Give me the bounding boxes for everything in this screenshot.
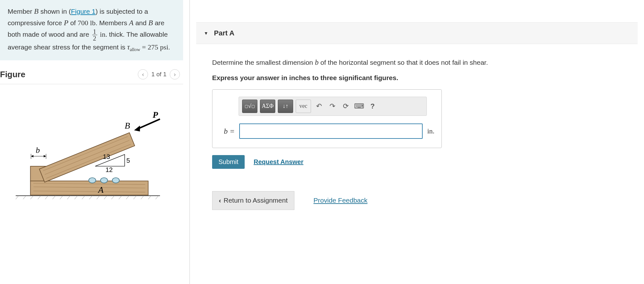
return-label: Return to Assignment: [224, 195, 288, 206]
svg-line-17: [133, 196, 136, 199]
var-B: B: [34, 7, 39, 15]
subsup-button[interactable]: ↓↑: [278, 100, 293, 113]
figure-prev-button[interactable]: ‹: [138, 69, 148, 79]
fraction-num: 1: [92, 28, 97, 35]
tau-unit: psi: [160, 43, 168, 51]
figure-pager: ‹ 1 of 1 ›: [138, 69, 180, 79]
equation-toolbar: ▢√▢ ΑΣΦ ↓↑ vec ↶ ↷ ⟳ ⌨ ?: [239, 97, 427, 116]
svg-line-15: [119, 196, 122, 199]
svg-line-1: [16, 196, 19, 199]
label-b: b: [36, 146, 40, 155]
label-12: 12: [106, 167, 113, 174]
svg-line-16: [126, 196, 129, 199]
figure-link[interactable]: Figure 1: [71, 8, 95, 15]
right-column: ▼ Part A Determine the smallest dimensio…: [190, 0, 644, 284]
force-unit: lb: [90, 19, 95, 27]
answer-lhs: b =: [219, 125, 235, 137]
svg-marker-39: [44, 155, 46, 157]
svg-line-5: [45, 196, 48, 199]
answer-input-row: b = in.: [219, 123, 434, 139]
figure-diagram: P B A b 13 12 5: [0, 84, 183, 207]
var-P: P: [64, 19, 68, 27]
fraction-den: 2: [92, 35, 97, 41]
tau-value: 275: [148, 43, 158, 51]
svg-line-6: [53, 196, 56, 199]
force-value: 700: [78, 19, 88, 27]
diagram-svg: P B A b 13 12 5: [13, 107, 166, 202]
svg-line-19: [148, 196, 151, 199]
figure-next-button[interactable]: ›: [170, 69, 180, 79]
submit-button[interactable]: Submit: [212, 155, 245, 169]
request-answer-link[interactable]: Request Answer: [254, 157, 303, 167]
redo-button[interactable]: ↷: [327, 100, 338, 113]
svg-line-9: [75, 196, 78, 199]
svg-line-11: [89, 196, 92, 199]
figure-header: Figure ‹ 1 of 1 ›: [0, 60, 183, 84]
part-body: Determine the smallest dimension b of th…: [196, 44, 638, 213]
return-button[interactable]: ‹ Return to Assignment: [212, 191, 294, 210]
svg-line-18: [141, 196, 144, 199]
var-b: b: [315, 58, 319, 66]
equals: =: [140, 43, 148, 51]
text: and: [134, 19, 149, 26]
var-A: A: [129, 19, 133, 27]
answer-box: ▢√▢ ΑΣΦ ↓↑ vec ↶ ↷ ⟳ ⌨ ? b = in.: [212, 89, 442, 148]
question-text: Determine the smallest dimension b of th…: [212, 57, 629, 68]
chevron-left-icon: ‹: [219, 195, 221, 206]
svg-line-20: [156, 196, 159, 199]
keyboard-button[interactable]: ⌨: [354, 100, 365, 113]
text: . Members: [95, 19, 129, 26]
svg-line-3: [30, 196, 33, 199]
svg-marker-38: [31, 155, 33, 157]
submit-row: Submit Request Answer: [212, 155, 629, 169]
greek-button[interactable]: ΑΣΦ: [260, 100, 275, 113]
text: of: [68, 19, 78, 26]
left-column: Member B shown in (Figure 1) is subjecte…: [0, 0, 190, 284]
svg-point-31: [100, 178, 107, 183]
svg-marker-34: [134, 126, 140, 131]
svg-line-8: [67, 196, 70, 199]
provide-feedback-link[interactable]: Provide Feedback: [314, 195, 367, 206]
fraction: 12: [92, 28, 97, 41]
svg-point-30: [89, 178, 96, 183]
label-B: B: [125, 121, 130, 131]
svg-line-7: [60, 196, 63, 199]
tau-subscript: allow: [130, 47, 140, 52]
tau-symbol: τ: [127, 43, 130, 51]
templates-button[interactable]: ▢√▢: [242, 100, 257, 113]
period: .: [168, 43, 170, 51]
svg-line-10: [82, 196, 85, 199]
help-button[interactable]: ?: [367, 100, 378, 113]
text: Determine the smallest dimension: [212, 59, 315, 66]
label-A: A: [98, 185, 104, 195]
figure-counter: 1 of 1: [151, 71, 167, 78]
svg-line-12: [97, 196, 100, 199]
text: of the horizontal segment so that it doe…: [319, 59, 488, 66]
label-13: 13: [103, 153, 110, 160]
answer-unit: in.: [427, 126, 434, 137]
var-B2: B: [148, 19, 153, 27]
collapse-icon: ▼: [204, 31, 208, 36]
figure-heading: Figure: [0, 70, 25, 79]
svg-line-13: [104, 196, 107, 199]
part-header[interactable]: ▼ Part A: [196, 22, 638, 44]
reset-button[interactable]: ⟳: [340, 100, 351, 113]
thickness-unit: in.: [100, 30, 107, 38]
text: Member: [8, 8, 34, 15]
label-P: P: [152, 110, 158, 120]
text: shown in (: [39, 8, 71, 15]
vec-button[interactable]: vec: [296, 100, 311, 113]
problem-statement: Member B shown in (Figure 1) is subjecte…: [0, 0, 183, 60]
label-5: 5: [126, 157, 130, 164]
part-title: Part A: [214, 29, 234, 37]
undo-button[interactable]: ↶: [314, 100, 324, 113]
answer-input[interactable]: [239, 123, 423, 139]
svg-line-4: [38, 196, 41, 199]
instruction-text: Express your answer in inches to three s…: [212, 73, 629, 83]
svg-line-14: [111, 196, 114, 199]
svg-line-2: [23, 196, 26, 199]
footer-row: ‹ Return to Assignment Provide Feedback: [212, 191, 629, 210]
svg-point-32: [112, 178, 119, 183]
